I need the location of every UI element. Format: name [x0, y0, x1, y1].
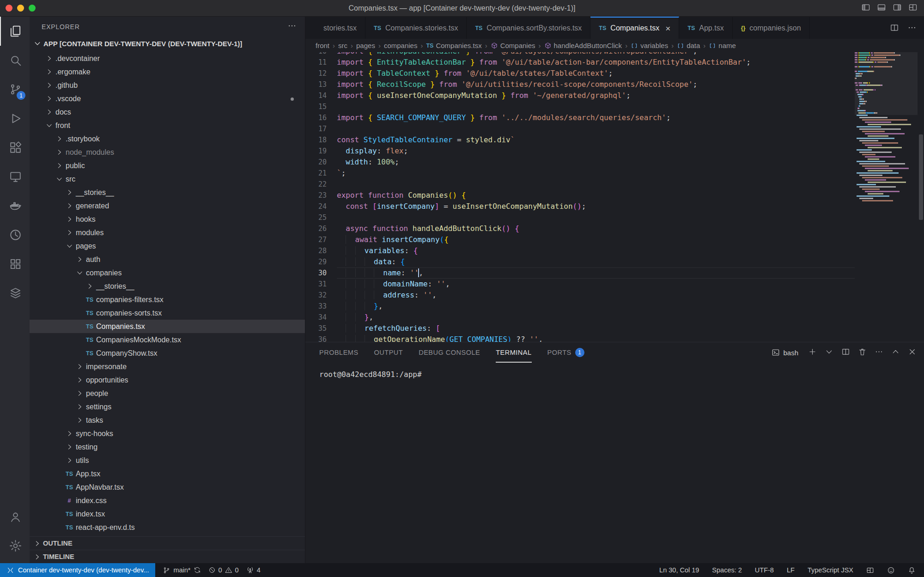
- panel-tab-ports[interactable]: PORTS1: [547, 342, 584, 363]
- tree-item-people[interactable]: people: [30, 387, 305, 400]
- tree-item-hooks[interactable]: hooks: [30, 213, 305, 226]
- cursor-position[interactable]: Ln 30, Col 19: [659, 566, 699, 574]
- tree-item-companies-sorts-tsx[interactable]: TScompanies-sorts.tsx: [30, 306, 305, 320]
- tab-companies-tsx[interactable]: TSCompanies.tsx×: [590, 17, 679, 39]
- tree-item-stories[interactable]: __stories__: [30, 186, 305, 199]
- tree-item-github[interactable]: .github: [30, 79, 305, 92]
- toggle-panel-left-button[interactable]: [861, 3, 870, 14]
- panel-tab-problems[interactable]: PROBLEMS: [319, 342, 359, 363]
- tree-item-opportunities[interactable]: opportunities: [30, 373, 305, 387]
- tree-item-app-tsx[interactable]: TSApp.tsx: [30, 467, 305, 480]
- layout[interactable]: [866, 566, 874, 574]
- new-terminal-button[interactable]: [808, 347, 817, 358]
- activity-search[interactable]: [0, 46, 30, 75]
- breadcrumb-item-pages[interactable]: pages: [356, 42, 375, 49]
- tree-item-companies[interactable]: companies: [30, 266, 305, 279]
- panel-tab-output[interactable]: OUTPUT: [374, 342, 403, 363]
- tree-item-front[interactable]: front: [30, 119, 305, 132]
- tree-item-pages[interactable]: pages: [30, 239, 305, 253]
- tree-item-settings[interactable]: settings: [30, 400, 305, 413]
- activity-settings-gear[interactable]: [0, 531, 30, 560]
- more-actions-icon[interactable]: [287, 21, 297, 30]
- close-panel-button[interactable]: [908, 347, 917, 358]
- breadcrumb-item-companies[interactable]: Companies: [491, 42, 535, 49]
- tree-item-utils[interactable]: utils: [30, 454, 305, 467]
- language-mode[interactable]: TypeScript JSX: [808, 566, 853, 574]
- tab-app-tsx[interactable]: TSApp.tsx: [679, 17, 732, 39]
- terminal-dropdown-button[interactable]: [825, 347, 833, 358]
- breadcrumb-item-companies-tsx[interactable]: TSCompanies.tsx: [426, 42, 481, 49]
- tree-item-modules[interactable]: modules: [30, 226, 305, 239]
- maximize-panel-button[interactable]: [891, 347, 900, 358]
- encoding[interactable]: UTF-8: [755, 566, 774, 574]
- activity-docker[interactable]: [0, 191, 30, 220]
- tree-item-devcontainer[interactable]: .devcontainer: [30, 52, 305, 65]
- editor-scrollbar[interactable]: [919, 134, 923, 220]
- split-terminal-button[interactable]: [841, 347, 850, 358]
- tab-close-icon[interactable]: ×: [665, 24, 670, 33]
- problems-indicator[interactable]: 00: [208, 566, 239, 574]
- breadcrumb-item-front[interactable]: front: [316, 42, 329, 49]
- breadcrumb-item-companies[interactable]: companies: [384, 42, 418, 49]
- tree-item-vscode[interactable]: .vscode: [30, 92, 305, 105]
- section-timeline[interactable]: TIMELINE: [30, 550, 305, 563]
- tree-item-stories[interactable]: __stories__: [30, 279, 305, 293]
- tree-item-impersonate[interactable]: impersonate: [30, 360, 305, 373]
- feedback[interactable]: [887, 566, 895, 574]
- workspace-section-header[interactable]: APP [CONTAINER DEV-TWENTY-DEV (DEV-TWENT…: [30, 37, 305, 50]
- remote-indicator[interactable]: Container dev-twenty-dev (dev-twenty-dev…: [0, 563, 155, 577]
- toggle-panel-bottom-button[interactable]: [877, 3, 886, 14]
- tree-item-index-tsx[interactable]: TSindex.tsx: [30, 507, 305, 521]
- tree-item-companies-tsx[interactable]: TSCompanies.tsx: [30, 320, 305, 333]
- code-editor[interactable]: 10import { WithTopBarContainer } from '@…: [305, 52, 855, 342]
- panel-more-actions-button[interactable]: [875, 347, 883, 358]
- breadcrumb-item-handleaddbuttonclick[interactable]: handleAddButtonClick: [544, 42, 622, 49]
- tree-item-companies-filters-tsx[interactable]: TScompanies-filters.tsx: [30, 293, 305, 306]
- tab-companies-stories-tsx[interactable]: TSCompanies.stories.tsx: [365, 17, 467, 39]
- tree-item-testing[interactable]: testing: [30, 440, 305, 454]
- toggle-panel-right-button[interactable]: [893, 3, 902, 14]
- kill-terminal-button[interactable]: [858, 347, 867, 358]
- tree-item-sync-hooks[interactable]: sync-hooks: [30, 427, 305, 440]
- indentation[interactable]: Spaces: 2: [712, 566, 742, 574]
- tab-companies-sortby-stories-tsx[interactable]: TSCompanies.sortBy.stories.tsx: [467, 17, 590, 39]
- terminal-content[interactable]: root@0a42ecd84891:/app#: [305, 363, 924, 379]
- breadcrumb-item-src[interactable]: src: [338, 42, 347, 49]
- split-editor-icon[interactable]: [890, 23, 899, 32]
- panel-tab-terminal[interactable]: TERMINAL: [496, 342, 531, 363]
- tree-item-tasks[interactable]: tasks: [30, 413, 305, 427]
- tab-stories-tsx[interactable]: stories.tsx: [305, 17, 365, 39]
- tree-item-ergomake[interactable]: .ergomake: [30, 65, 305, 79]
- activity-remote-explorer[interactable]: [0, 162, 30, 191]
- section-outline[interactable]: OUTLINE: [30, 536, 305, 550]
- activity-accounts[interactable]: [0, 502, 30, 531]
- tree-item-public[interactable]: public: [30, 159, 305, 172]
- panel-tab-debug-console[interactable]: DEBUG CONSOLE: [419, 342, 480, 363]
- git-branch[interactable]: main*: [163, 566, 201, 574]
- activity-source-control[interactable]: 1: [0, 75, 30, 104]
- tab-companies-json[interactable]: {}companies.json: [733, 17, 810, 39]
- minimap[interactable]: [855, 52, 918, 342]
- tree-item-auth[interactable]: auth: [30, 253, 305, 266]
- breadcrumb-item-data[interactable]: data: [677, 42, 700, 49]
- breadcrumb-item-variables[interactable]: variables: [631, 42, 668, 49]
- tree-item-react-app-env-d-ts[interactable]: TSreact-app-env.d.ts: [30, 521, 305, 534]
- eol[interactable]: LF: [787, 566, 795, 574]
- forwarded-ports[interactable]: 4: [246, 566, 261, 574]
- activity-run-and-debug[interactable]: [0, 104, 30, 133]
- tree-item-generated[interactable]: generated: [30, 199, 305, 213]
- tree-item-index-css[interactable]: #index.css: [30, 494, 305, 507]
- activity-layers[interactable]: [0, 279, 30, 308]
- tree-item-src[interactable]: src: [30, 172, 305, 186]
- tree-item-companiesmockmode-tsx[interactable]: TSCompaniesMockMode.tsx: [30, 333, 305, 346]
- activity-kubernetes[interactable]: [0, 249, 30, 279]
- activity-gitlens[interactable]: [0, 220, 30, 249]
- bell[interactable]: [908, 566, 916, 574]
- tree-item-companyshow-tsx[interactable]: TSCompanyShow.tsx: [30, 346, 305, 360]
- editor-more-actions-icon[interactable]: [907, 23, 917, 32]
- tree-item-storybook[interactable]: .storybook: [30, 132, 305, 146]
- tree-item-appnavbar-tsx[interactable]: TSAppNavbar.tsx: [30, 480, 305, 494]
- shell-selector[interactable]: bash: [772, 348, 798, 357]
- toggle-layout-button[interactable]: [908, 3, 918, 14]
- activity-explorer[interactable]: [0, 17, 30, 46]
